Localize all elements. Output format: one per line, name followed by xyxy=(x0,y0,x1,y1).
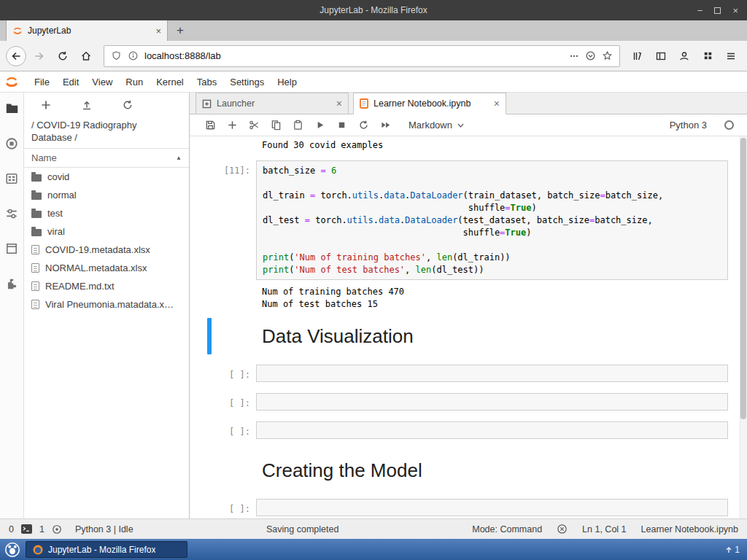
maximize-button[interactable] xyxy=(714,7,721,14)
file-browser-icon[interactable] xyxy=(5,101,19,115)
page-actions-icon[interactable] xyxy=(569,51,579,61)
menu-edit[interactable]: Edit xyxy=(56,77,85,88)
window-titlebar[interactable]: JupyterLab - Mozilla Firefox − × xyxy=(0,0,747,20)
paste-cells-button[interactable] xyxy=(292,120,303,131)
file-item[interactable]: test xyxy=(24,204,189,222)
refresh-button[interactable] xyxy=(122,99,133,111)
active-file-name: Learner Notebook.ipynb xyxy=(641,524,738,534)
code-line: shuffle=True) xyxy=(263,227,721,239)
sidebars-icon[interactable] xyxy=(651,46,671,66)
code-editor[interactable]: batch_size = 6 dl_train = torch.utils.da… xyxy=(256,160,728,280)
menu-kernel[interactable]: Kernel xyxy=(150,77,190,88)
file-item[interactable]: NORMAL.metadata.xlsx xyxy=(24,259,189,277)
menu-view[interactable]: View xyxy=(85,77,119,88)
file-item[interactable]: COVID-19.metadata.xlsx xyxy=(24,241,189,259)
code-line: print('Num of test batches', len(dl_test… xyxy=(263,264,721,276)
markdown-cell-selected[interactable]: Data Visualization xyxy=(195,316,747,356)
folder-icon xyxy=(31,192,42,200)
folder-icon xyxy=(31,229,42,236)
restart-kernel-button[interactable] xyxy=(357,120,369,131)
browser-tab-close-button[interactable]: × xyxy=(155,26,161,36)
code-editor-empty[interactable] xyxy=(256,393,728,411)
run-all-button[interactable] xyxy=(379,120,391,131)
file-item[interactable]: Viral Pneumonia.matadata.x… xyxy=(24,295,189,314)
back-button[interactable] xyxy=(6,46,26,66)
menu-run[interactable]: Run xyxy=(119,77,150,88)
url-text[interactable]: localhost:8888/lab xyxy=(144,50,563,61)
taskbar-tray[interactable]: 1 xyxy=(725,545,743,555)
new-launcher-button[interactable] xyxy=(40,99,52,111)
name-column-header[interactable]: Name xyxy=(31,152,57,163)
tab-close-button[interactable]: × xyxy=(336,98,342,109)
xfce-menu-icon[interactable] xyxy=(4,542,20,558)
menu-file[interactable]: File xyxy=(28,77,56,88)
cut-cells-button[interactable] xyxy=(248,120,260,131)
file-browser-toolbar xyxy=(24,93,189,117)
status-right: Mode: Command Ln 1, Col 1 Learner Notebo… xyxy=(472,519,738,539)
terminal-icon xyxy=(21,524,32,534)
bookmark-star-icon[interactable] xyxy=(602,50,613,61)
browser-tab[interactable]: JupyterLab × xyxy=(6,20,168,41)
add-cell-button[interactable] xyxy=(226,120,238,131)
site-info-icon[interactable] xyxy=(128,50,139,61)
extension-manager-icon[interactable] xyxy=(5,277,18,290)
file-name: NORMAL.metadata.xlsx xyxy=(45,262,147,273)
tab-launcher[interactable]: Launcher × xyxy=(196,93,349,114)
cursor-position[interactable]: Ln 1, Col 1 xyxy=(582,524,626,534)
file-item[interactable]: viral xyxy=(24,222,189,241)
breadcrumb[interactable]: / COVID-19 Radiography Database / xyxy=(24,117,170,148)
notebook-mode[interactable]: Mode: Command xyxy=(472,524,542,534)
kernel-name[interactable]: Python 3 xyxy=(670,120,707,131)
menu-help[interactable]: Help xyxy=(271,77,303,88)
tab-learner-notebook[interactable]: Learner Notebook.ipynb × xyxy=(353,93,506,114)
copy-cells-button[interactable] xyxy=(270,120,282,131)
file-item[interactable]: normal xyxy=(24,186,189,204)
url-bar[interactable]: localhost:8888/lab xyxy=(104,45,620,67)
save-to-pocket-icon[interactable] xyxy=(585,50,596,61)
kernel-status-icon[interactable] xyxy=(724,120,734,130)
notebook-scrollbar[interactable] xyxy=(740,136,747,518)
scrollbar-thumb[interactable] xyxy=(740,138,746,419)
circle-cross-icon[interactable] xyxy=(557,524,568,534)
taskbar-window-button[interactable]: JupyterLab - Mozilla Firefox xyxy=(26,541,187,558)
reload-button[interactable] xyxy=(53,46,73,66)
save-button[interactable] xyxy=(204,120,216,131)
file-item[interactable]: covid xyxy=(24,168,189,186)
tab-close-button[interactable]: × xyxy=(494,98,500,109)
running-sessions-icon[interactable] xyxy=(5,137,18,150)
command-palette-icon[interactable] xyxy=(5,172,18,185)
interrupt-kernel-button[interactable] xyxy=(336,120,347,131)
code-editor-empty[interactable] xyxy=(256,421,728,439)
notebook-content[interactable]: Found 30 covid examples [11]: batch_size… xyxy=(190,136,747,518)
property-inspector-icon[interactable] xyxy=(5,207,18,220)
cell-collapser[interactable] xyxy=(207,318,212,354)
close-button[interactable]: × xyxy=(732,6,738,15)
code-editor-empty[interactable] xyxy=(256,499,728,516)
run-cell-button[interactable] xyxy=(314,120,325,131)
apps-grid-icon[interactable] xyxy=(697,46,718,66)
markdown-cell[interactable]: Creating the Model xyxy=(195,451,747,490)
chevron-down-icon xyxy=(457,123,464,128)
menu-hamburger-icon[interactable] xyxy=(721,46,741,66)
library-icon[interactable] xyxy=(627,46,648,66)
forward-button[interactable] xyxy=(29,46,50,66)
upload-button[interactable] xyxy=(81,99,93,111)
file-name: viral xyxy=(47,226,65,237)
file-item[interactable]: README.md.txt xyxy=(24,277,189,295)
terminals-count[interactable]: 0 xyxy=(9,524,14,534)
open-tabs-icon[interactable] xyxy=(5,242,18,255)
code-editor-empty[interactable] xyxy=(256,365,728,382)
kernels-count[interactable]: 1 xyxy=(39,524,44,534)
tracking-protection-shield-icon[interactable] xyxy=(111,50,122,61)
home-button[interactable] xyxy=(76,46,96,66)
kernel-status-text[interactable]: Python 3 | Idle xyxy=(75,524,133,534)
minimize-button[interactable]: − xyxy=(697,6,703,15)
new-tab-button[interactable]: + xyxy=(168,23,193,41)
cell-type-dropdown[interactable]: Markdown xyxy=(409,120,464,131)
file-list-header[interactable]: Name ▲ xyxy=(24,148,189,168)
workspace-number: 1 xyxy=(735,545,740,555)
menu-tabs[interactable]: Tabs xyxy=(190,77,223,88)
account-icon[interactable] xyxy=(674,46,694,66)
menu-settings[interactable]: Settings xyxy=(223,77,271,88)
arrow-up-icon xyxy=(725,546,732,553)
